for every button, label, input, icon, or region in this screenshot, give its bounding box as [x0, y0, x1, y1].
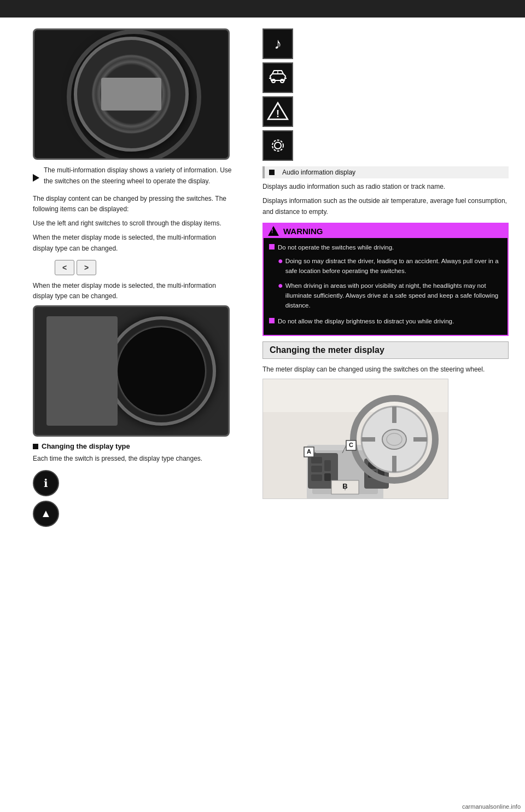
warning-text-2: Doing so may distract the driver, leadin… [285, 256, 502, 276]
car-icon [267, 68, 289, 87]
left-column: The multi-information display shows a va… [0, 18, 252, 538]
gear-icon [267, 135, 289, 156]
warning-title: WARNING [283, 227, 323, 236]
extra-text-1: When the meter display mode is selected,… [33, 281, 235, 303]
gauge-left-panel [46, 316, 118, 426]
warning-row-2: ● Doing so may distract the driver, lead… [278, 256, 502, 276]
section2-header-row: Changing the display type [33, 442, 235, 450]
right-column: ♪ ! [252, 18, 525, 538]
section-label-description: Displays audio information such as radio… [262, 182, 509, 193]
nav-right-button[interactable]: > [77, 260, 96, 275]
warning-box: WARNING Do not operate the switches whil… [262, 223, 509, 336]
icon-list: ♪ ! [262, 28, 509, 161]
play-icon [33, 174, 39, 182]
settings-icon-box [262, 130, 293, 161]
svg-text:A: A [307, 448, 311, 455]
warning-text-4: Do not allow the display brightness to d… [278, 316, 454, 326]
svg-point-5 [275, 142, 281, 149]
svg-text:!: ! [276, 108, 279, 119]
top-bar [0, 0, 525, 18]
gauge-image-2 [33, 305, 230, 437]
gauge-ring-2 [107, 316, 216, 426]
svg-rect-15 [324, 460, 331, 471]
info-icons-list: ℹ ▲ [33, 470, 235, 527]
svg-rect-13 [311, 466, 322, 472]
warning-bullet-2: ● [278, 281, 283, 291]
svg-point-29 [382, 430, 406, 449]
footer-url: carmanualsonline.info [462, 803, 521, 810]
section2-header-text: Changing the display type [42, 442, 130, 450]
section1-header: The multi-information display shows a va… [33, 165, 235, 190]
right-extra-text: Displays information such as the outside… [262, 196, 509, 218]
warning-row-4: Do not allow the display brightness to d… [269, 316, 502, 326]
warning-square-1 [269, 244, 275, 250]
info-circle-icon: ℹ [33, 470, 59, 496]
navigation-icon: ▲ [33, 501, 59, 527]
warning-row-1: Do not operate the switches while drivin… [269, 242, 502, 252]
warning-square-2 [269, 318, 275, 323]
gauge-ring-1 [74, 37, 189, 152]
svg-rect-16 [324, 473, 331, 481]
audio-icon-box: ♪ [262, 28, 293, 59]
nav-buttons: < > [55, 260, 235, 275]
black-square-bullet [33, 444, 38, 449]
section-label-text: Audio information display [282, 169, 355, 176]
svg-rect-14 [311, 474, 322, 481]
warning-header: WARNING [264, 224, 508, 238]
footer: carmanualsonline.info [416, 801, 525, 812]
warning-icon-box: ! [262, 96, 293, 127]
section1-text2: Use the left and right switches to scrol… [33, 218, 235, 229]
info-symbol: ℹ [44, 477, 48, 490]
section2-text: Each time the switch is pressed, the dis… [33, 454, 235, 465]
changing-meter-text: The meter display can be changed using t… [262, 364, 509, 375]
warning-bullet-1: ● [278, 256, 283, 266]
warning-triangle-icon: ! [267, 101, 289, 123]
section-label-bar: Audio information display [262, 166, 509, 178]
nav-symbol: ▲ [40, 507, 51, 520]
svg-text:C: C [349, 442, 353, 448]
car-icon-box [262, 62, 293, 93]
warning-text-1: Do not operate the switches while drivin… [278, 242, 394, 252]
music-icon: ♪ [274, 35, 282, 53]
section1-text1: The display content can be changed by pr… [33, 194, 235, 216]
nav-left-button[interactable]: < [55, 260, 74, 275]
gauge-image-1 [33, 28, 230, 160]
warning-row-3: ● When driving in areas with poor visibi… [278, 281, 502, 311]
gauge-ring2-inner [118, 327, 205, 415]
section-label-bullet [269, 170, 275, 175]
warning-triangle [268, 226, 279, 236]
section1-play-text: The multi-information display shows a va… [44, 165, 235, 187]
steering-diagram-svg: B A C [263, 379, 448, 499]
gauge-screen [101, 78, 161, 111]
section1-text3: When the meter display mode is selected,… [33, 233, 235, 254]
changing-meter-title: Changing the meter display [262, 341, 509, 359]
warning-text-3: When driving in areas with poor visibili… [285, 281, 502, 311]
steering-wheel-image: B A C [262, 379, 448, 499]
svg-rect-12 [311, 457, 322, 463]
